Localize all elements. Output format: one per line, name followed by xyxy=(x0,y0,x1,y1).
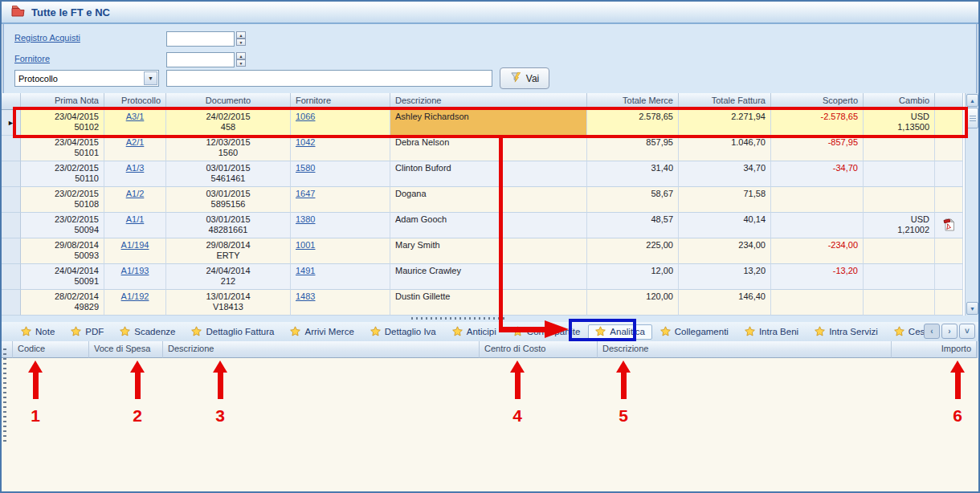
spinner-down-icon[interactable]: ▼ xyxy=(236,59,246,67)
tab-scadenze[interactable]: Scadenze xyxy=(112,324,183,340)
table-row[interactable]: 24/04/201450091A1/19324/04/20142121491Ma… xyxy=(2,264,965,290)
tab-anticipi[interactable]: Anticipi xyxy=(444,324,504,340)
table-row[interactable]: 23/04/201550101A2/112/03/201515601042Deb… xyxy=(2,136,965,161)
detail-column-header-codice[interactable]: Codice xyxy=(13,341,89,358)
protocollo-link[interactable]: A1/193 xyxy=(121,266,149,275)
tab-intra-servizi[interactable]: Intra Servizi xyxy=(806,324,886,340)
protocollo-link[interactable]: A3/1 xyxy=(126,112,145,121)
fornitore-link[interactable]: 1001 xyxy=(296,240,315,250)
registro-acquisti-link[interactable]: Registro Acquisti xyxy=(14,33,80,43)
tab-collegamenti[interactable]: Collegamenti xyxy=(652,324,737,340)
cell-cambio xyxy=(864,187,935,213)
nav-more-icon[interactable]: ˅ xyxy=(959,324,975,339)
fornitore-link[interactable]: 1042 xyxy=(296,137,315,147)
spinner-up-icon[interactable]: ▲ xyxy=(236,31,246,39)
protocollo-link[interactable]: A1/192 xyxy=(121,291,149,301)
column-header-protocollo[interactable]: Protocollo xyxy=(104,93,166,110)
scrollbar-thumb[interactable] xyxy=(966,108,978,128)
cell-fornitore[interactable]: 1001 xyxy=(291,238,390,264)
table-row[interactable]: 23/02/201550094A1/103/01/201548281661138… xyxy=(2,213,965,238)
spinner-down-icon[interactable]: ▼ xyxy=(236,39,246,46)
tab-note[interactable]: Note xyxy=(13,324,63,340)
cell-protocollo[interactable]: A1/194 xyxy=(104,238,166,264)
vertical-splitter-grip[interactable] xyxy=(3,347,6,442)
cell-protocollo[interactable]: A2/1 xyxy=(104,136,166,161)
cell-fornitore[interactable]: 1380 xyxy=(291,213,390,238)
table-row[interactable]: 23/02/201550110A1/303/01/201554614611580… xyxy=(2,161,965,187)
detail-column-header-centro-di-costo[interactable]: Centro di Costo xyxy=(480,341,598,358)
protocollo-link[interactable]: A1/1 xyxy=(126,214,145,224)
search-input[interactable] xyxy=(166,70,492,87)
fornitore-input[interactable] xyxy=(166,52,235,67)
fornitore-link[interactable]: Fornitore xyxy=(14,54,50,63)
spinner-up-icon[interactable]: ▲ xyxy=(236,52,246,59)
column-header-prima_nota[interactable]: Prima Nota xyxy=(21,93,104,110)
fornitore-link[interactable]: 1491 xyxy=(296,266,315,275)
detail-column-header-descrizione[interactable]: Descrizione xyxy=(163,341,480,358)
column-header-documento[interactable]: Documento xyxy=(166,93,291,110)
tab-contropartite[interactable]: Contropartite xyxy=(504,324,588,340)
column-header-fornitore[interactable]: Fornitore xyxy=(291,93,390,110)
cell-marker xyxy=(2,213,21,238)
cell-protocollo[interactable]: A1/192 xyxy=(104,290,166,316)
fornitore-link[interactable]: 1483 xyxy=(296,291,315,301)
horizontal-splitter[interactable] xyxy=(2,316,978,322)
fornitore-link[interactable]: 1380 xyxy=(296,214,315,224)
table-row[interactable]: ►23/04/201550102A3/124/02/20154581066Ash… xyxy=(2,110,965,136)
tab-dettaglio-iva[interactable]: Dettaglio Iva xyxy=(362,324,444,340)
table-row[interactable]: 28/02/201449829A1/19213/01/2014V18413148… xyxy=(2,290,965,316)
table-row[interactable]: 29/08/201450093A1/19429/08/2014ERTY1001M… xyxy=(2,238,965,264)
detail-column-header-descrizione[interactable]: Descrizione xyxy=(598,341,892,358)
cell-protocollo[interactable]: A1/193 xyxy=(104,264,166,290)
fornitore-link[interactable]: 1066 xyxy=(296,112,315,121)
detail-column-header-importo[interactable]: Importo xyxy=(892,341,977,358)
scroll-down-icon[interactable]: ▼ xyxy=(966,302,978,315)
fornitore-link[interactable]: 1647 xyxy=(296,189,315,198)
column-header-descrizione[interactable]: Descrizione xyxy=(390,93,587,110)
scroll-up-icon[interactable]: ▲ xyxy=(966,94,978,107)
detail-column-header-voce-di-spesa[interactable]: Voce di Spesa xyxy=(89,341,163,358)
cell-fornitore[interactable]: 1491 xyxy=(291,264,390,290)
nav-prev-icon[interactable]: ‹ xyxy=(924,324,940,339)
column-header-totale_fattura[interactable]: Totale Fattura xyxy=(679,93,771,110)
nav-next-icon[interactable]: › xyxy=(941,324,958,339)
vertical-scrollbar[interactable]: ▲ ▼ xyxy=(965,93,978,316)
folder-icon xyxy=(11,5,25,20)
cell-line: 23/02/2015 xyxy=(26,214,99,225)
protocollo-link[interactable]: A1/194 xyxy=(121,240,149,250)
tab-dettaglio-fattura[interactable]: Dettaglio Fattura xyxy=(183,324,282,340)
fornitore-link[interactable]: 1580 xyxy=(296,163,315,173)
cell-cambio: USD1,21002 xyxy=(864,213,935,238)
star-icon xyxy=(120,326,130,338)
cell-fornitore[interactable]: 1066 xyxy=(291,110,390,136)
registro-acquisti-input[interactable] xyxy=(166,31,235,47)
splitter-grip[interactable] xyxy=(411,317,504,320)
column-header-totale_merce[interactable]: Totale Merce xyxy=(587,93,679,110)
cell-protocollo[interactable]: A1/1 xyxy=(104,213,166,238)
column-header-cambio[interactable]: Cambio xyxy=(864,93,935,110)
cell-pdf[interactable] xyxy=(935,213,963,238)
search-field-dropdown[interactable]: Protocollo ▼ xyxy=(14,70,159,87)
protocollo-link[interactable]: A1/2 xyxy=(126,189,145,198)
cell-scoperto xyxy=(771,187,864,213)
tab-arrivi-merce[interactable]: Arrivi Merce xyxy=(282,324,361,340)
tab-analitica[interactable]: Analitica xyxy=(588,324,651,340)
cell-fornitore[interactable]: 1580 xyxy=(291,161,390,187)
cell-protocollo[interactable]: A1/3 xyxy=(104,161,166,187)
cell-fornitore[interactable]: 1647 xyxy=(291,187,390,213)
column-header-scoperto[interactable]: Scoperto xyxy=(771,93,864,110)
chevron-down-icon[interactable]: ▼ xyxy=(144,71,157,85)
pdf-file-icon[interactable] xyxy=(943,218,955,234)
table-row[interactable]: 23/02/201550108A1/203/01/201558951561647… xyxy=(2,187,965,213)
cell-protocollo[interactable]: A3/1 xyxy=(104,110,166,136)
protocollo-link[interactable]: A1/3 xyxy=(126,163,145,173)
cell-marker: ► xyxy=(2,110,21,136)
cell-protocollo[interactable]: A1/2 xyxy=(104,187,166,213)
vai-button[interactable]: Vai xyxy=(500,67,549,89)
cell-fornitore[interactable]: 1483 xyxy=(291,290,390,316)
tab-intra-beni[interactable]: Intra Beni xyxy=(737,324,806,340)
cell-descrizione: Debra Nelson xyxy=(390,136,587,161)
cell-fornitore[interactable]: 1042 xyxy=(291,136,390,161)
protocollo-link[interactable]: A2/1 xyxy=(126,137,145,147)
tab-pdf[interactable]: PDF xyxy=(63,324,112,340)
